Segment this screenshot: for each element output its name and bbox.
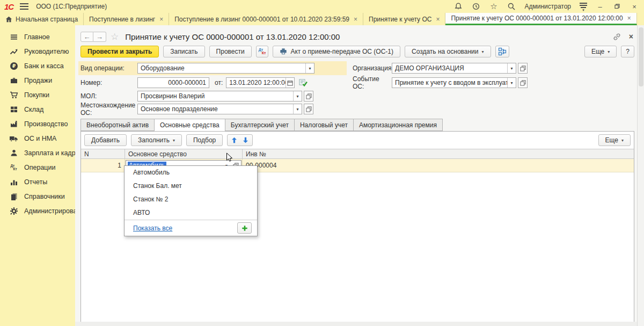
sidebar-item-purchases[interactable]: Покупки bbox=[0, 88, 75, 102]
tab-fixed-assets[interactable]: Основные средства bbox=[154, 119, 225, 132]
location-field[interactable]: Основное подразделение ▾ bbox=[137, 104, 302, 114]
sidebar-item-administration[interactable]: Администрирование bbox=[0, 204, 75, 218]
fill-button[interactable]: Заполнить ▾ bbox=[131, 134, 182, 146]
date-field[interactable]: 13.01.2020 12:00:00 bbox=[226, 77, 295, 88]
plus-icon bbox=[241, 225, 248, 231]
close-form-icon[interactable]: × bbox=[629, 32, 633, 41]
operation-type-select[interactable]: Оборудование ▾ bbox=[137, 63, 314, 74]
sidebar-item-fixed-assets[interactable]: ОС и НМА bbox=[0, 131, 75, 146]
sidebar-item-label: Руководителю bbox=[24, 48, 69, 55]
number-value: 0000-000001 bbox=[138, 79, 209, 86]
calendar-icon[interactable] bbox=[286, 78, 294, 88]
print-act-button[interactable]: Акт о приеме-передаче ОС (ОС-1) bbox=[273, 46, 400, 57]
tab-home[interactable]: Начальная страница bbox=[0, 13, 84, 25]
chevron-down-icon: ▾ bbox=[173, 138, 175, 143]
bottom-strip bbox=[75, 322, 637, 326]
table-more-button[interactable]: Еще ▾ bbox=[598, 134, 631, 146]
application-window: 1С ООО (1С:Предприятие) ☆ Администратор … bbox=[0, 0, 644, 326]
add-favorite-star-icon[interactable]: ☆ bbox=[111, 31, 119, 42]
dropdown-arrow-icon[interactable]: ▾ bbox=[305, 63, 314, 73]
close-window-button[interactable]: × bbox=[630, 3, 639, 11]
more-button[interactable]: Еще ▾ bbox=[584, 46, 617, 57]
sidebar-item-warehouse[interactable]: Склад bbox=[0, 102, 75, 117]
pick-button[interactable]: Подбор bbox=[186, 134, 223, 146]
mol-label: МОЛ: bbox=[80, 92, 137, 100]
sidebar-item-reports[interactable]: Отчеты bbox=[0, 175, 75, 189]
save-button[interactable]: Записать bbox=[163, 46, 204, 57]
dropdown-arrow-icon[interactable]: ▾ bbox=[293, 104, 302, 114]
show-all-link[interactable]: Показать все bbox=[133, 224, 172, 232]
forward-button[interactable]: → bbox=[93, 32, 106, 42]
tab-depreciation-bonus[interactable]: Амортизационная премия bbox=[353, 119, 443, 131]
minimize-button[interactable]: – bbox=[596, 3, 604, 11]
get-link-icon[interactable] bbox=[613, 33, 621, 41]
dropdown-option[interactable]: АВТО bbox=[125, 206, 257, 220]
sidebar-item-directories[interactable]: Справочники bbox=[0, 189, 75, 204]
history-icon[interactable] bbox=[471, 2, 480, 11]
create-new-item-button[interactable] bbox=[237, 222, 252, 234]
mol-value: Просвирнин Валерий bbox=[138, 92, 293, 100]
tab-accounting[interactable]: Бухгалтерский учет bbox=[225, 119, 294, 131]
open-mol-button[interactable] bbox=[304, 91, 313, 102]
close-tab-icon[interactable]: × bbox=[354, 16, 357, 23]
document-toolbar: Провести и закрыть Записать Провести ДтК… bbox=[80, 46, 634, 57]
column-header-n[interactable]: N bbox=[81, 149, 125, 158]
close-tab-icon[interactable]: × bbox=[436, 16, 440, 23]
post-and-close-button[interactable]: Провести и закрыть bbox=[80, 46, 159, 57]
organization-field[interactable]: ДЕМО ОРГАНИЗАЦИЯ ▾ bbox=[392, 63, 516, 74]
favorites-star-icon[interactable]: ☆ bbox=[489, 2, 498, 11]
tab-noncurrent-asset[interactable]: Внеоборотный актив bbox=[80, 119, 154, 131]
number-field[interactable]: 0000-000001 bbox=[137, 77, 209, 88]
add-row-button[interactable]: Добавить bbox=[84, 134, 127, 146]
related-documents-button[interactable] bbox=[495, 46, 509, 57]
chevron-down-icon: ▾ bbox=[482, 49, 484, 54]
dropdown-option[interactable]: Станок Бал. мет bbox=[125, 179, 257, 193]
dropdown-option[interactable]: Станок № 2 bbox=[125, 193, 257, 206]
number-label: Номер: bbox=[80, 79, 137, 86]
tab-bar: Начальная страница Поступление в лизинг … bbox=[0, 13, 644, 25]
blocks-grid-icon bbox=[9, 105, 18, 114]
maximize-button[interactable] bbox=[613, 3, 621, 11]
back-button[interactable]: ← bbox=[80, 32, 93, 42]
tab-tax-accounting[interactable]: Налоговый учет bbox=[294, 119, 353, 131]
tab-acceptance-list[interactable]: Принятие к учету ОС × bbox=[363, 13, 445, 25]
set-number-icon[interactable] bbox=[299, 79, 308, 86]
current-user[interactable]: Администратор bbox=[524, 3, 571, 10]
dropdown-arrow-icon[interactable]: ▾ bbox=[507, 78, 516, 88]
move-row-buttons[interactable] bbox=[227, 134, 253, 146]
gear-icon bbox=[9, 206, 18, 215]
close-tab-icon[interactable]: × bbox=[159, 16, 163, 23]
notifications-bell-icon[interactable] bbox=[453, 2, 463, 11]
column-header-inv[interactable]: Инв № bbox=[243, 149, 634, 158]
open-organization-button[interactable] bbox=[518, 63, 528, 74]
sidebar-item-main[interactable]: Главное bbox=[0, 30, 75, 44]
sidebar-item-production[interactable]: Производство bbox=[0, 117, 75, 131]
scrollbar-thumb[interactable] bbox=[639, 27, 643, 86]
tab-leasing-list[interactable]: Поступление в лизинг × bbox=[84, 13, 169, 25]
mol-field[interactable]: Просвирнин Валерий ▾ bbox=[137, 91, 302, 102]
dropdown-option[interactable]: Автомобиль bbox=[125, 166, 257, 179]
os-event-field[interactable]: Принятие к учету с вводом в эксплуатацию… bbox=[392, 77, 516, 88]
tab-acceptance-doc-active[interactable]: Принятие к учету ОС 0000-000001 от 13.01… bbox=[445, 13, 636, 25]
help-button[interactable]: ? bbox=[621, 46, 634, 57]
vertical-scrollbar[interactable] bbox=[637, 25, 644, 326]
sidebar-item-operations[interactable]: ДтКт Операции bbox=[0, 160, 75, 175]
sidebar-item-manager[interactable]: Руководителю bbox=[0, 44, 75, 59]
column-header-asset[interactable]: Основное средство bbox=[125, 149, 243, 158]
location-label: Местонахождение ОС: bbox=[80, 102, 137, 117]
open-os-event-button[interactable] bbox=[518, 77, 528, 88]
main-menu-icon[interactable] bbox=[20, 3, 28, 10]
tab-leasing-doc[interactable]: Поступление в лизинг 0000-000001 от 10.0… bbox=[169, 13, 363, 25]
create-based-on-button[interactable]: Создать на основании ▾ bbox=[405, 46, 491, 57]
sidebar-item-bank[interactable]: ₽ Банк и касса bbox=[0, 59, 75, 73]
service-menu-icon[interactable]: ▾ bbox=[580, 3, 587, 11]
search-icon[interactable] bbox=[507, 2, 516, 11]
dropdown-arrow-icon[interactable]: ▾ bbox=[507, 63, 516, 73]
show-postings-dtkt-button[interactable]: ДтКт bbox=[256, 46, 269, 57]
sidebar-item-sales[interactable]: Продажи bbox=[0, 73, 75, 88]
open-location-button[interactable] bbox=[304, 104, 313, 114]
close-tab-icon[interactable]: × bbox=[627, 15, 631, 22]
dropdown-arrow-icon[interactable]: ▾ bbox=[293, 91, 302, 101]
post-button[interactable]: Провести bbox=[209, 46, 252, 57]
sidebar-item-salary-hr[interactable]: Зарплата и кадры bbox=[0, 146, 75, 160]
